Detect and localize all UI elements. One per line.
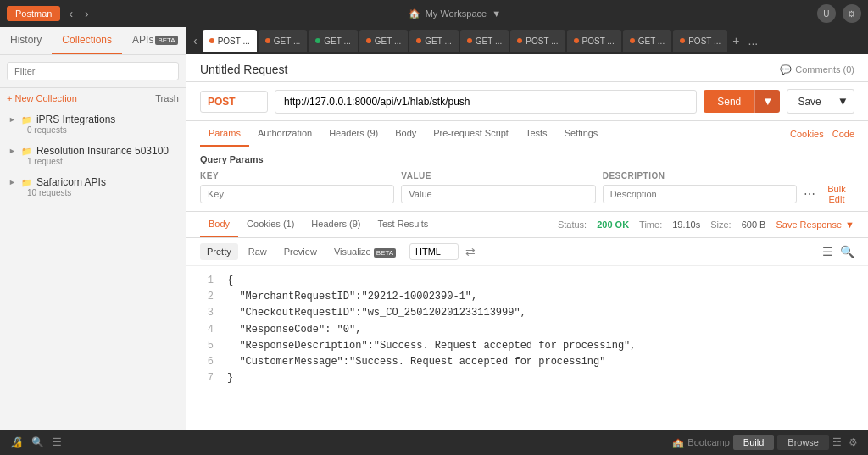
bottom-right-icon-1[interactable]: ☲ (832, 436, 842, 448)
bottom-icon-1[interactable]: 🔏 (10, 436, 23, 448)
tab-label: GET ... (638, 36, 665, 46)
request-tab-item[interactable]: POST ... (567, 30, 621, 52)
bottom-icon-3[interactable]: ☰ (53, 436, 62, 448)
request-tab-item[interactable]: POST ... (203, 30, 257, 52)
viewer-tab-raw[interactable]: Raw (242, 243, 274, 260)
tab-label: GET ... (324, 36, 351, 46)
top-nav-left[interactable]: ‹ (65, 5, 76, 22)
request-tab-item[interactable]: GET ... (309, 30, 358, 52)
request-tab-item[interactable]: GET ... (359, 30, 409, 52)
new-tab-btn[interactable]: + (729, 32, 743, 49)
user-avatar[interactable]: U (817, 4, 836, 23)
sidebar-actions: + New Collection Trash (0, 88, 186, 108)
top-bar-left: Postman ‹ › (7, 5, 92, 22)
visualize-beta-badge: BETA (374, 248, 396, 258)
response-tab-body[interactable]: Body (200, 212, 238, 237)
top-nav-right[interactable]: › (81, 5, 92, 22)
req-tab-params[interactable]: Params (200, 121, 249, 147)
line-number: 5 (200, 338, 214, 354)
req-tab-authorization[interactable]: Authorization (249, 121, 320, 147)
copy-icon-btn[interactable]: ☰ (822, 245, 833, 258)
filter-input[interactable] (7, 62, 179, 80)
response-tab-test-results[interactable]: Test Results (369, 212, 437, 237)
tab-history[interactable]: History (0, 27, 52, 54)
build-tab[interactable]: Build (733, 435, 774, 450)
send-dropdown-btn[interactable]: ▼ (754, 90, 780, 113)
send-button[interactable]: Send (704, 90, 754, 113)
request-tab-item[interactable]: POST ... (673, 30, 727, 52)
viewer-tab-visualize[interactable]: VisualizeBETA (327, 243, 403, 260)
bottom-bar: 🔏 🔍 ☰ 🏫 Bootcamp Build Browse ☲ ⚙ (0, 430, 868, 455)
query-row-dots-btn[interactable]: ⋯ (804, 187, 815, 201)
tab-apis[interactable]: APIs BETA (122, 27, 188, 54)
bulk-edit-button[interactable]: Bulk Edit (819, 184, 854, 204)
tab-label: GET ... (476, 36, 503, 46)
request-tabs: ParamsAuthorizationHeaders (9)BodyPre-re… (186, 121, 868, 147)
collection-item[interactable]: ► 📁 Resolution Insurance 503100 1 reques… (0, 140, 186, 171)
postman-logo-btn[interactable]: Postman (7, 6, 60, 21)
search-icon-btn[interactable]: 🔍 (840, 245, 854, 258)
settings-icon[interactable]: ⚙ (843, 4, 861, 23)
query-params-table: KEYVALUEDESCRIPTION ⋯ Bulk Edit (200, 171, 854, 204)
code-line: 6 "CustomerMessage":"Success. Request ac… (200, 354, 854, 370)
req-tab-right-code[interactable]: Code (832, 129, 854, 139)
tab-method-dot (680, 38, 685, 43)
request-tab-item[interactable]: GET ... (259, 30, 308, 52)
collection-item[interactable]: ► 📁 iPRS Integrations 0 requests (0, 108, 186, 140)
comments-button[interactable]: 💬 Comments (0) (780, 64, 854, 75)
bootcamp-button[interactable]: 🏫 Bootcamp (672, 437, 730, 448)
req-tab-pre-request-script[interactable]: Pre-request Script (425, 121, 517, 147)
req-tab-right-cookies[interactable]: Cookies (790, 129, 824, 139)
req-tab-tests[interactable]: Tests (517, 121, 556, 147)
response-tab-headers--9-[interactable]: Headers (9) (303, 212, 369, 237)
more-tabs-btn[interactable]: ... (745, 32, 762, 49)
request-tab-item[interactable]: GET ... (409, 30, 459, 52)
wrap-icon-btn[interactable]: ⇄ (465, 245, 476, 258)
tab-method-dot (265, 38, 270, 43)
bottom-icon-2[interactable]: 🔍 (31, 436, 44, 448)
viewer-tab-preview[interactable]: Preview (277, 243, 324, 260)
tab-collections[interactable]: Collections (52, 27, 122, 54)
save-response-button[interactable]: Save Response ▼ (776, 219, 854, 230)
query-table-row: ⋯ Bulk Edit (200, 184, 854, 204)
req-tab-settings[interactable]: Settings (556, 121, 607, 147)
req-tab-body[interactable]: Body (387, 121, 425, 147)
query-col-header-0: KEY (200, 171, 394, 180)
tab-method-dot (209, 38, 214, 43)
format-select[interactable]: HTML JSON Text (409, 243, 459, 260)
response-tabs: BodyCookies (1)Headers (9)Test Results S… (186, 212, 868, 238)
request-tab-item[interactable]: GET ... (623, 30, 672, 52)
query-key-input[interactable] (200, 185, 394, 203)
save-dropdown-btn[interactable]: ▼ (832, 89, 854, 114)
tab-prev-btn[interactable]: ‹ (190, 32, 201, 49)
bottom-right-icon-2[interactable]: ⚙ (849, 436, 858, 448)
req-tab-headers-(9)[interactable]: Headers (9) (320, 121, 387, 147)
request-header: Untitled Request 💬 Comments (0) (186, 54, 868, 82)
save-button[interactable]: Save (787, 89, 832, 114)
trash-button[interactable]: Trash (155, 93, 179, 103)
top-bar-center: 🏠 My Workspace ▼ (409, 8, 501, 19)
tab-label: POST ... (218, 36, 250, 46)
query-value-input[interactable] (401, 185, 595, 203)
response-status: Status: 200 OK Time: 19.10s Size: 600 B … (558, 219, 854, 230)
size-label: Size: (710, 219, 731, 230)
tab-label: POST ... (526, 36, 558, 46)
tab-method-dot (416, 38, 421, 43)
query-desc-input[interactable] (603, 185, 797, 203)
code-viewer: 1{2 "MerchantRequestID":"29212-10002390-… (186, 266, 868, 430)
new-collection-button[interactable]: + New Collection (7, 93, 77, 103)
tab-label: GET ... (425, 36, 452, 46)
method-select[interactable]: POST GET PUT DELETE (200, 91, 268, 113)
send-btn-group: Send ▼ (704, 90, 780, 113)
collection-item[interactable]: ► 📁 Safaricom APIs 10 requests (0, 171, 186, 203)
request-tab-item[interactable]: GET ... (460, 30, 509, 52)
line-content: } (227, 370, 233, 386)
response-tab-cookies--1-[interactable]: Cookies (1) (238, 212, 303, 237)
line-number: 3 (200, 305, 214, 321)
request-tab-item[interactable]: POST ... (510, 30, 565, 52)
viewer-tab-pretty[interactable]: Pretty (200, 243, 238, 260)
line-content: "MerchantRequestID":"29212-10002390-1", (227, 289, 477, 305)
browse-tab[interactable]: Browse (777, 435, 829, 450)
main-layout: History Collections APIs BETA + New Coll… (0, 27, 868, 430)
url-input[interactable] (275, 90, 697, 114)
